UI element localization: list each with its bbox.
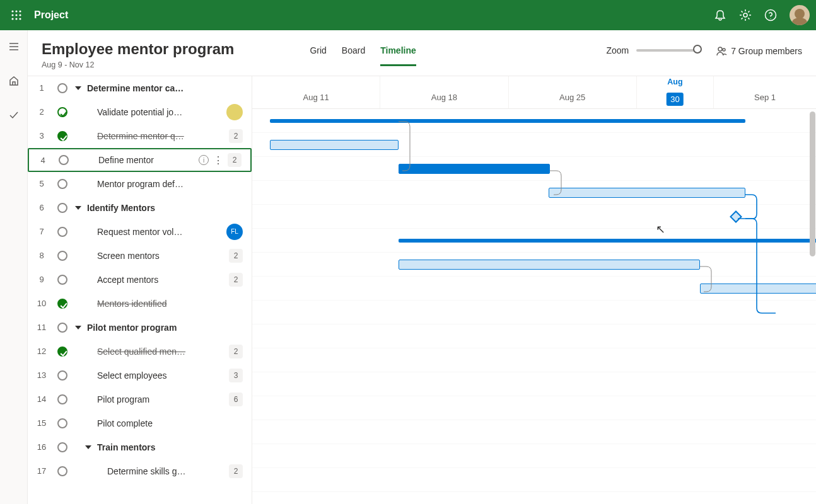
month-label: Aug [667,77,682,86]
task-name: Determine mentor ca… [85,83,243,93]
task-row[interactable]: 12Select qualified men…2 [28,340,252,364]
task-status-toggle[interactable] [55,131,69,141]
task-name: Determine skills g… [105,466,229,476]
info-icon[interactable]: i [199,155,209,165]
task-status-toggle[interactable] [55,323,69,333]
svg-point-9 [743,13,747,17]
hamburger-icon[interactable] [4,37,24,57]
left-rail [0,30,28,504]
task-row[interactable]: 11Pilot mentor program [28,316,252,340]
svg-point-11 [718,47,722,51]
app-title: Project [34,9,68,21]
notifications-icon[interactable] [708,3,733,28]
task-name: Define mentor [96,155,199,165]
svg-point-0 [11,10,13,12]
task-index: 6 [28,203,55,212]
task-row[interactable]: 6Identify Mentors [28,196,252,220]
more-icon[interactable]: ⋮ [213,154,224,166]
count-badge: 2 [228,153,242,167]
tab-timeline[interactable]: Timeline [380,45,416,66]
page-header: Employee mentor program Aug 9 - Nov 12 G… [28,30,816,69]
home-icon[interactable] [4,71,24,91]
task-status-toggle[interactable] [55,394,69,404]
task-status-toggle[interactable] [55,107,69,117]
today-badge: 30 [667,93,683,106]
task-row[interactable]: 16Train mentors [28,435,252,459]
task-index: 13 [28,370,55,380]
task-row[interactable]: 17Determine skills g…2 [28,459,252,483]
task-name: Request mentor vol… [95,227,226,237]
help-icon[interactable] [758,3,783,28]
task-status-toggle[interactable] [57,155,71,165]
task-row[interactable]: 7Request mentor vol…FL [28,220,252,244]
task-name: Validate potential jo… [95,107,226,117]
svg-point-3 [11,14,13,16]
task-index: 10 [28,299,55,308]
zoom-control: Zoom [606,45,699,55]
tab-board[interactable]: Board [342,45,365,66]
date-range: Aug 9 - Nov 12 [42,60,234,69]
task-status-toggle[interactable] [55,466,69,476]
assignee-avatar[interactable] [226,104,243,120]
count-badge: 6 [229,392,243,406]
task-status-toggle[interactable] [55,83,69,93]
task-row[interactable]: 5Mentor program def… [28,172,252,196]
chevron-down-icon[interactable] [83,445,95,449]
vertical-scrollbar[interactable] [810,112,815,256]
task-row[interactable]: 3Determine mentor q…2 [28,124,252,148]
task-name: Train mentors [95,442,243,452]
task-status-toggle[interactable] [55,179,69,189]
task-status-toggle[interactable] [55,251,69,261]
settings-icon[interactable] [733,3,758,28]
tab-grid[interactable]: Grid [310,45,326,66]
task-status-toggle[interactable] [55,370,69,381]
task-status-toggle[interactable] [55,203,69,213]
gantt-chart[interactable]: Aug 11 Aug 18 Aug 25 Aug 30 Sep 1 [252,76,816,504]
tick-label: Aug 11 [303,93,329,102]
chevron-down-icon[interactable] [73,326,85,329]
chevron-down-icon[interactable] [73,86,85,90]
task-name: Mentors identified [95,299,243,309]
task-index: 17 [28,466,55,476]
zoom-slider[interactable] [636,49,699,52]
tick-label: Aug 18 [431,93,457,102]
svg-point-6 [11,18,13,20]
svg-point-1 [15,10,17,12]
task-status-toggle[interactable] [55,299,69,309]
task-row[interactable]: 2Validate potential jo… [28,100,252,124]
task-row[interactable]: 10Mentors identified [28,292,252,316]
group-members-button[interactable]: 7 Group members [716,45,802,57]
user-avatar[interactable] [790,5,810,25]
count-badge: 3 [229,369,243,382]
task-row[interactable]: 15Pilot complete [28,411,252,435]
task-index: 11 [28,323,55,332]
task-index: 4 [29,156,57,165]
task-index: 7 [28,227,55,236]
task-index: 3 [28,131,55,140]
task-row[interactable]: 4Define mentori⋮2 [28,148,252,172]
task-row[interactable]: 1Determine mentor ca… [28,76,252,100]
task-name: Mentor program def… [95,179,243,189]
task-status-toggle[interactable] [55,442,69,452]
check-icon[interactable] [4,105,24,125]
task-row[interactable]: 14Pilot program6 [28,387,252,411]
task-status-toggle[interactable] [55,275,69,285]
task-status-toggle[interactable] [55,418,69,428]
task-status-toggle[interactable] [55,227,69,237]
task-row[interactable]: 8Screen mentors2 [28,244,252,268]
task-index: 15 [28,418,55,428]
task-row[interactable]: 13Select employees3 [28,364,252,387]
svg-point-8 [19,18,21,20]
assignee-avatar[interactable]: FL [226,224,243,240]
task-name: Select employees [95,370,229,381]
task-row[interactable]: 9Accept mentors2 [28,268,252,292]
zoom-label: Zoom [606,45,629,55]
task-status-toggle[interactable] [55,346,69,357]
chevron-down-icon[interactable] [73,206,85,210]
task-index: 14 [28,394,55,404]
count-badge: 2 [229,273,243,287]
task-name: Accept mentors [95,275,229,285]
task-name: Identify Mentors [85,203,243,213]
app-launcher-icon[interactable] [6,5,26,25]
view-tabs: Grid Board Timeline [310,40,416,66]
